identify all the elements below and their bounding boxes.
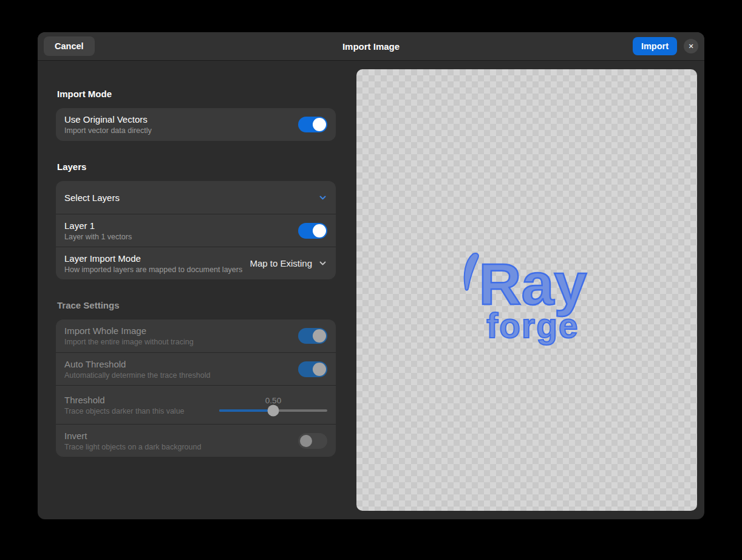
import-whole-image-toggle xyxy=(298,328,327,344)
row-subtitle: Import vector data directly xyxy=(64,126,292,135)
image-preview-pane: Ray forge xyxy=(356,69,697,511)
threshold-value: 0.50 xyxy=(265,396,281,405)
import-whole-image-row: Import Whole Image Import the entire ima… xyxy=(56,319,336,352)
row-subtitle: Trace light objects on a dark background xyxy=(64,443,292,451)
logo-text-ray: Ray xyxy=(479,254,587,313)
row-subtitle: Automatically determine the trace thresh… xyxy=(64,371,292,380)
layer-1-toggle[interactable] xyxy=(298,223,327,239)
row-title: Layer Import Mode xyxy=(64,253,243,264)
chevron-down-icon xyxy=(318,259,327,268)
use-original-vectors-row: Use Original Vectors Import vector data … xyxy=(56,108,336,141)
threshold-slider: 0.50 xyxy=(219,392,327,418)
close-icon: ✕ xyxy=(688,43,693,50)
row-title: Invert xyxy=(64,431,292,441)
import-image-dialog: Cancel Import Image Import ✕ Import Mode… xyxy=(38,32,704,519)
logo-text-forge: forge xyxy=(479,309,587,343)
threshold-slider-fill xyxy=(219,409,273,412)
import-mode-card: Use Original Vectors Import vector data … xyxy=(56,108,336,141)
invert-toggle xyxy=(298,433,327,449)
layer-1-row: Layer 1 Layer with 1 vectors xyxy=(56,214,336,247)
layer-import-mode-row: Layer Import Mode How imported layers ar… xyxy=(56,247,336,279)
select-layers-expander[interactable]: Select Layers xyxy=(56,181,336,214)
threshold-row: Threshold Trace objects darker than this… xyxy=(56,385,336,424)
trace-settings-section-label: Trace Settings xyxy=(57,300,335,310)
logo-swoosh-icon xyxy=(460,252,483,295)
settings-panel: Import Mode Use Original Vectors Import … xyxy=(56,61,336,457)
row-subtitle: How imported layers are mapped to docume… xyxy=(64,265,243,274)
use-original-vectors-toggle[interactable] xyxy=(298,117,327,132)
trace-settings-card: Import Whole Image Import the entire ima… xyxy=(56,319,336,457)
row-title: Auto Threshold xyxy=(64,359,292,369)
import-button[interactable]: Import xyxy=(633,37,677,55)
header-bar: Cancel Import Image Import ✕ xyxy=(38,32,704,61)
rayforge-logo: Ray forge xyxy=(479,254,587,343)
cancel-button[interactable]: Cancel xyxy=(44,36,95,56)
auto-threshold-row: Auto Threshold Automatically determine t… xyxy=(56,352,336,385)
layers-card: Select Layers Layer 1 Layer with 1 vecto… xyxy=(56,181,336,279)
chevron-down-icon xyxy=(318,193,327,202)
row-title: Import Whole Image xyxy=(64,326,292,336)
row-title: Use Original Vectors xyxy=(64,114,292,125)
layers-section-label: Layers xyxy=(57,162,335,172)
row-title: Select Layers xyxy=(64,193,312,203)
invert-row: Invert Trace light objects on a dark bac… xyxy=(56,424,336,457)
threshold-slider-knob xyxy=(268,405,279,416)
row-subtitle: Import the entire image without tracing xyxy=(64,338,292,346)
auto-threshold-toggle xyxy=(298,361,327,377)
layer-import-mode-value[interactable]: Map to Existing xyxy=(250,258,312,268)
dialog-title: Import Image xyxy=(38,41,704,52)
import-mode-section-label: Import Mode xyxy=(57,89,335,99)
threshold-slider-track xyxy=(219,409,327,412)
row-title: Layer 1 xyxy=(64,220,292,231)
row-title: Threshold xyxy=(64,395,213,405)
close-button[interactable]: ✕ xyxy=(684,39,698,53)
row-subtitle: Layer with 1 vectors xyxy=(64,233,292,241)
row-subtitle: Trace objects darker than this value xyxy=(64,407,213,415)
